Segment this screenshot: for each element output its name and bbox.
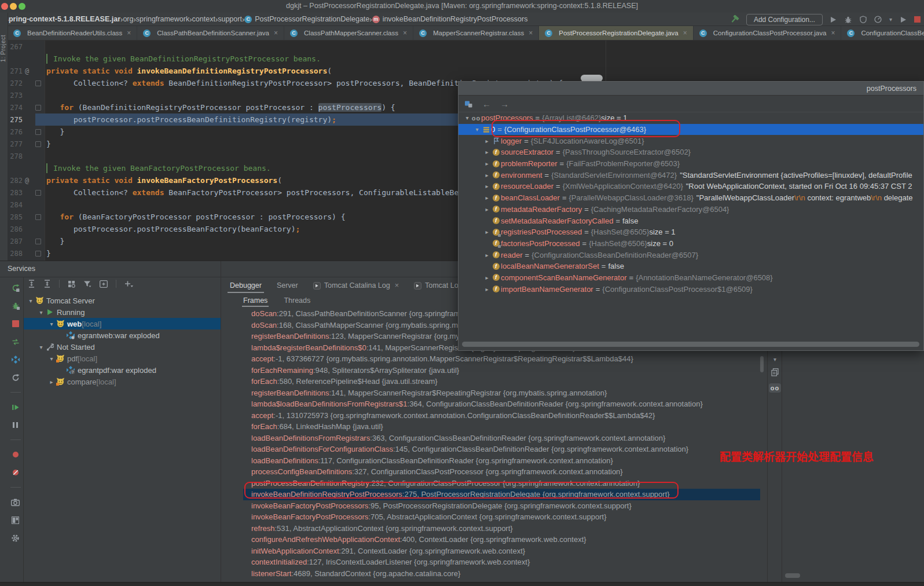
chevron-right-icon[interactable]: ▸ <box>48 379 55 385</box>
editor-tab[interactable]: CBeanDefinitionReaderUtils.class× <box>8 26 137 40</box>
editor-tab[interactable]: CClassPathMapperScanner.class× <box>284 26 413 40</box>
stack-frame-row[interactable]: invokeBeanFactoryPostProcessors:95, Post… <box>243 500 760 512</box>
variable-row[interactable]: ▸fbeanClassLoader={ParallelWebappClassLo… <box>459 192 923 204</box>
build-hammer-icon[interactable] <box>730 15 739 24</box>
tool-button-project[interactable]: 1: Project <box>0 35 8 62</box>
editor-tab[interactable]: CConfigurationClassBeanDefinitionReader.… <box>841 26 924 40</box>
variable-row[interactable]: fsetMetadataReaderFactoryCalled=false <box>459 215 923 226</box>
subtab-frames[interactable]: Frames <box>243 294 267 307</box>
fold-marker-icon[interactable] <box>35 214 41 220</box>
chevron-right-icon[interactable]: ▸ <box>483 286 491 292</box>
chevron-right-icon[interactable]: ▸ <box>483 172 491 178</box>
services-tree-item[interactable]: ▾web [local] <box>24 318 221 329</box>
chevron-right-icon[interactable]: ▸ <box>483 183 491 189</box>
variable-row[interactable]: flocalBeanNameGeneratorSet=false <box>459 261 923 272</box>
chevron-right-icon[interactable]: ▸ <box>483 160 491 167</box>
stack-frame-row[interactable]: processConfigBeanDefinitions:327, Config… <box>243 466 760 478</box>
fold-marker-icon[interactable] <box>35 80 41 86</box>
close-tab-icon[interactable]: × <box>274 29 278 37</box>
editor-tab[interactable]: CMapperScannerRegistrar.class× <box>413 26 539 40</box>
stack-frame-row[interactable]: loadBeanDefinitionsForConfigurationClass… <box>243 444 760 455</box>
editor-tab[interactable]: CClassPathBeanDefinitionScanner.java× <box>137 26 284 40</box>
variable-row[interactable]: ▸fsourceExtractor={PassThroughSourceExtr… <box>459 146 923 158</box>
stack-frame-row[interactable]: accept:-1, 1310725973 {org.springframewo… <box>243 410 760 422</box>
breadcrumb-item[interactable]: support <box>218 15 242 23</box>
chevron-down-icon[interactable]: ▾ <box>27 298 34 304</box>
chevron-right-icon[interactable]: ▸ <box>483 195 491 201</box>
stack-frame-row[interactable]: refresh:531, AbstractApplicationContext … <box>243 523 760 534</box>
fold-marker-icon[interactable] <box>35 251 41 257</box>
variable-row[interactable]: ▸fcomponentScanBeanNameGenerator={Annota… <box>459 272 923 284</box>
stack-frame-row[interactable]: listenerStart:4689, StandardContext {org… <box>243 568 760 580</box>
variable-row[interactable]: ▸fproblemReporter={FailFastProblemReport… <box>459 158 923 170</box>
fold-marker-icon[interactable] <box>35 190 41 196</box>
variable-row[interactable]: ▸fenvironment={StandardServletEnvironmen… <box>459 169 923 181</box>
variable-row[interactable]: ▾oopostProcessors={ArrayList@6462} size … <box>459 112 923 124</box>
breadcrumb-item[interactable]: context <box>192 15 215 23</box>
fold-marker-icon[interactable] <box>35 129 41 135</box>
code-line[interactable]: 267 <box>8 41 924 53</box>
services-tree-item[interactable]: ▾Not Started <box>24 341 221 353</box>
close-tab-icon[interactable]: × <box>127 29 131 37</box>
stack-frame-row[interactable]: invokeBeanDefinitionRegistryPostProcesso… <box>243 489 760 500</box>
variable-row[interactable]: ▸fimportBeanNameGenerator={Configuration… <box>459 283 923 295</box>
chevron-right-icon[interactable]: ▸ <box>483 274 491 281</box>
stack-frame-row[interactable]: registerBeanDefinitions:141, MapperScann… <box>243 387 760 399</box>
debugger-tab[interactable]: Server <box>277 278 298 293</box>
services-tree-item[interactable]: ▾Running <box>24 306 221 318</box>
variable-row[interactable]: ▸fresourceLoader={XmlWebApplicationConte… <box>459 181 923 192</box>
frames-scrollbar-thumb[interactable] <box>760 356 764 372</box>
code-line[interactable]: 271@private static void invokeBeanDefini… <box>8 65 924 77</box>
breadcrumb-item[interactable]: CPostProcessorRegistrationDelegate <box>244 15 369 23</box>
chevron-right-icon[interactable]: ▸ <box>483 138 491 144</box>
stack-frame-row[interactable]: loadBeanDefinitionsFromRegistrars:363, C… <box>243 433 760 444</box>
services-tree-item[interactable]: ▸compare [local] <box>24 376 221 387</box>
close-tab-icon[interactable]: × <box>683 29 687 37</box>
variable-row[interactable]: ▸logger={SLF4JLocationAwareLog@6501} <box>459 135 923 146</box>
editor-tab[interactable]: CConfigurationClassPostProcessor.java× <box>694 26 842 40</box>
variable-row[interactable]: ffactoriesPostProcessed={HashSet@6506} s… <box>459 238 923 250</box>
stack-frame-row[interactable]: configureAndRefreshWebApplicationContext… <box>243 534 760 545</box>
fold-marker-icon[interactable] <box>35 105 41 111</box>
stack-frame-row[interactable]: postProcessBeanDefinitionRegistry:232, C… <box>243 478 760 489</box>
close-tab-icon[interactable]: × <box>529 29 533 37</box>
services-tree-item[interactable]: egrantweb:war exploded <box>24 329 221 341</box>
variable-row[interactable]: ▾0={ConfigurationClassPostProcessor@6463… <box>459 124 923 135</box>
chevron-down-icon[interactable]: ▾ <box>38 309 45 316</box>
stack-frame-row[interactable]: forEach:684, LinkedHashMap {java.util} <box>243 421 760 433</box>
chevron-right-icon[interactable]: ▸ <box>483 206 491 213</box>
stack-frame-row[interactable]: contextInitialized:127, IrisContextLoade… <box>243 556 760 568</box>
chevron-down-icon[interactable]: ▾ <box>38 344 45 350</box>
stack-frame-row[interactable]: lambda$loadBeanDefinitionsFromRegistrars… <box>243 398 760 410</box>
stack-frame-row[interactable]: loadBeanDefinitions:117, ConfigurationCl… <box>243 455 760 467</box>
stack-frame-row[interactable]: accept:-1, 637366727 {org.mybatis.spring… <box>243 353 760 365</box>
stack-frame-row[interactable]: forEachRemaining:948, Spliterators$Array… <box>243 365 760 376</box>
chevron-down-icon[interactable]: ▾ <box>473 126 481 133</box>
services-tree-item[interactable]: ▾Tomcat Server <box>24 295 221 306</box>
variable-row[interactable]: ▸fmetadataReaderFactory={CachingMetadata… <box>459 204 923 215</box>
variables-scrollbar-thumb[interactable] <box>785 573 800 578</box>
chevron-down-icon[interactable]: ▾ <box>463 115 471 121</box>
stack-frame-row[interactable]: initWebApplicationContext:291, ContextLo… <box>243 545 760 557</box>
fold-marker-icon[interactable] <box>35 141 41 147</box>
chevron-down-icon[interactable]: ▾ <box>48 356 55 362</box>
debugger-tab[interactable]: Debugger <box>230 278 262 293</box>
stack-frame-row[interactable]: forEach:580, ReferencePipeline$Head {jav… <box>243 376 760 387</box>
breadcrumb-item[interactable]: spring-context-5.1.8.RELEASE.jar <box>5 15 120 23</box>
chevron-down-icon[interactable]: ▾ <box>48 321 55 327</box>
doc-comment-line[interactable]: Invoke the given BeanDefinitionRegistryP… <box>8 53 924 65</box>
variable-row[interactable]: ▸fregistriesPostProcessed={HashSet@6505}… <box>459 226 923 238</box>
breadcrumb-item[interactable]: org <box>123 15 133 23</box>
editor-tab[interactable]: CPostProcessorRegistrationDelegate.java× <box>539 26 693 40</box>
stack-frame-row[interactable]: invokeBeanFactoryPostProcessors:705, Abs… <box>243 511 760 523</box>
close-tab-icon[interactable]: × <box>395 281 399 290</box>
close-tab-icon[interactable]: × <box>403 29 407 37</box>
chevron-right-icon[interactable]: ▸ <box>483 149 491 155</box>
fold-marker-icon[interactable] <box>35 239 41 244</box>
subtab-threads[interactable]: Threads <box>284 294 310 307</box>
close-tab-icon[interactable]: × <box>831 29 835 37</box>
popup-header[interactable]: postProcessors <box>459 82 923 96</box>
debugger-tab[interactable]: Tomcat Catalina Log× <box>313 278 399 293</box>
services-tree-item[interactable]: ▾pdf [local] <box>24 353 221 364</box>
breadcrumb-item[interactable]: minvokeBeanDefinitionRegistryPostProcess… <box>372 15 528 23</box>
